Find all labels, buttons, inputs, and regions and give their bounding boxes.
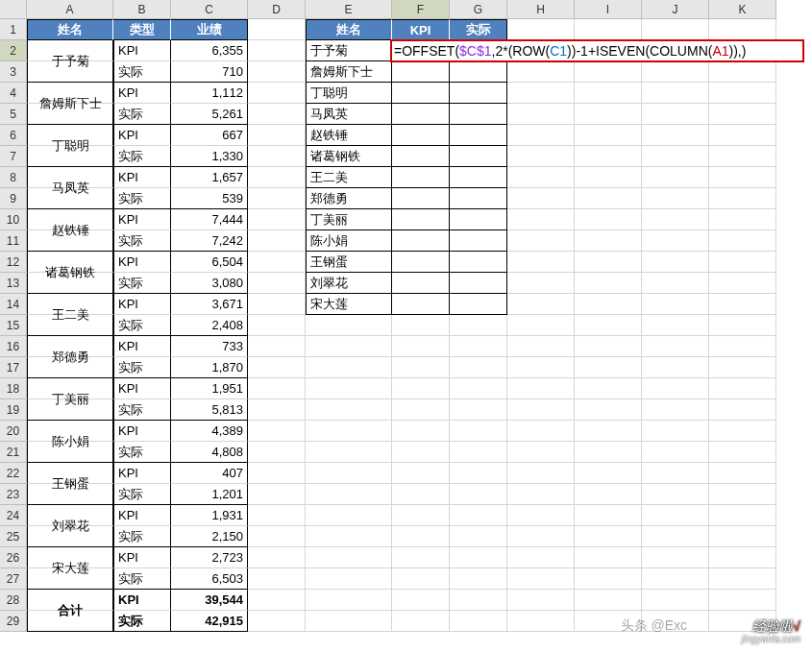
cell-E20[interactable] xyxy=(306,421,392,442)
cell-G29[interactable] xyxy=(450,611,507,632)
cell-H29[interactable] xyxy=(507,611,575,632)
cell-C3[interactable]: 710 xyxy=(171,61,248,83)
cell-J21[interactable] xyxy=(642,442,709,463)
cell-F13[interactable] xyxy=(392,273,450,294)
cell-B4[interactable]: KPI xyxy=(113,83,171,104)
cell-A16[interactable] xyxy=(27,336,113,357)
cell-B2[interactable]: KPI xyxy=(113,40,171,61)
cell-H24[interactable] xyxy=(507,505,575,526)
cell-I1[interactable] xyxy=(575,19,642,40)
cell-B12[interactable]: KPI xyxy=(113,252,171,273)
cell-I13[interactable] xyxy=(575,273,642,294)
cell-J1[interactable] xyxy=(642,19,709,40)
cell-E18[interactable] xyxy=(306,378,392,399)
cell-G18[interactable] xyxy=(450,378,507,399)
cell-E26[interactable] xyxy=(306,547,392,568)
cell-C6[interactable]: 667 xyxy=(171,125,248,146)
cell-J5[interactable] xyxy=(642,104,709,125)
cell-K9[interactable] xyxy=(709,188,776,209)
cell-K27[interactable] xyxy=(709,568,776,590)
cell-C20[interactable]: 4,389 xyxy=(171,421,248,442)
cell-A9[interactable] xyxy=(27,188,113,209)
cell-G22[interactable] xyxy=(450,463,507,484)
cell-I7[interactable] xyxy=(575,146,642,167)
cell-K14[interactable] xyxy=(709,294,776,315)
cell-A17[interactable] xyxy=(27,357,113,378)
cell-F29[interactable] xyxy=(392,611,450,632)
cell-E17[interactable] xyxy=(306,357,392,378)
cell-H7[interactable] xyxy=(507,146,575,167)
cell-C9[interactable]: 539 xyxy=(171,188,248,209)
cell-A13[interactable] xyxy=(27,273,113,294)
cell-B11[interactable]: 实际 xyxy=(113,230,171,252)
cell-K20[interactable] xyxy=(709,421,776,442)
cell-G21[interactable] xyxy=(450,442,507,463)
cell-H22[interactable] xyxy=(507,463,575,484)
cell-A4[interactable] xyxy=(27,83,113,104)
cell-H4[interactable] xyxy=(507,83,575,104)
cell-K8[interactable] xyxy=(709,167,776,188)
cell-G13[interactable] xyxy=(450,273,507,294)
cell-D11[interactable] xyxy=(248,230,306,252)
cell-A23[interactable] xyxy=(27,484,113,505)
cell-A20[interactable] xyxy=(27,421,113,442)
col-header-I[interactable]: I xyxy=(575,0,642,19)
row-header-7[interactable]: 7 xyxy=(0,146,27,167)
cell-J8[interactable] xyxy=(642,167,709,188)
row-header-2[interactable]: 2 xyxy=(0,40,27,61)
row-header-27[interactable]: 27 xyxy=(0,568,27,590)
cell-H20[interactable] xyxy=(507,421,575,442)
cell-C16[interactable]: 733 xyxy=(171,336,248,357)
cell-H9[interactable] xyxy=(507,188,575,209)
cell-A29[interactable] xyxy=(27,611,113,632)
cell-D8[interactable] xyxy=(248,167,306,188)
cell-I28[interactable] xyxy=(575,590,642,611)
cell-B18[interactable]: KPI xyxy=(113,378,171,399)
cell-C27[interactable]: 6,503 xyxy=(171,568,248,590)
cell-F20[interactable] xyxy=(392,421,450,442)
cell-B20[interactable]: KPI xyxy=(113,421,171,442)
cell-D18[interactable] xyxy=(248,378,306,399)
row-header-12[interactable]: 12 xyxy=(0,252,27,273)
cell-J9[interactable] xyxy=(642,188,709,209)
cell-J23[interactable] xyxy=(642,484,709,505)
row-header-21[interactable]: 21 xyxy=(0,442,27,463)
cell-K15[interactable] xyxy=(709,315,776,336)
cell-H6[interactable] xyxy=(507,125,575,146)
cell-D21[interactable] xyxy=(248,442,306,463)
cell-J15[interactable] xyxy=(642,315,709,336)
cell-D7[interactable] xyxy=(248,146,306,167)
cell-D3[interactable] xyxy=(248,61,306,83)
cell-I3[interactable] xyxy=(575,61,642,83)
cell-J7[interactable] xyxy=(642,146,709,167)
row-header-26[interactable]: 26 xyxy=(0,547,27,568)
cell-A10[interactable] xyxy=(27,209,113,230)
row-header-8[interactable]: 8 xyxy=(0,167,27,188)
cell-E1[interactable]: 姓名 xyxy=(306,19,392,40)
cell-B16[interactable]: KPI xyxy=(113,336,171,357)
cell-E28[interactable] xyxy=(306,590,392,611)
cell-B22[interactable]: KPI xyxy=(113,463,171,484)
cell-I12[interactable] xyxy=(575,252,642,273)
cell-D25[interactable] xyxy=(248,526,306,547)
cell-B13[interactable]: 实际 xyxy=(113,273,171,294)
cell-G19[interactable] xyxy=(450,399,507,421)
cell-H15[interactable] xyxy=(507,315,575,336)
cell-A14[interactable] xyxy=(27,294,113,315)
cell-J24[interactable] xyxy=(642,505,709,526)
cell-E21[interactable] xyxy=(306,442,392,463)
cell-B23[interactable]: 实际 xyxy=(113,484,171,505)
cell-E10[interactable]: 丁美丽 xyxy=(306,209,392,230)
cell-C24[interactable]: 1,931 xyxy=(171,505,248,526)
cell-G25[interactable] xyxy=(450,526,507,547)
cell-H10[interactable] xyxy=(507,209,575,230)
cell-B27[interactable]: 实际 xyxy=(113,568,171,590)
cell-J20[interactable] xyxy=(642,421,709,442)
cell-B10[interactable]: KPI xyxy=(113,209,171,230)
cell-I15[interactable] xyxy=(575,315,642,336)
cell-H19[interactable] xyxy=(507,399,575,421)
cell-I22[interactable] xyxy=(575,463,642,484)
cell-A15[interactable] xyxy=(27,315,113,336)
cell-F1[interactable]: KPI xyxy=(392,19,450,40)
cell-G3[interactable] xyxy=(450,61,507,83)
